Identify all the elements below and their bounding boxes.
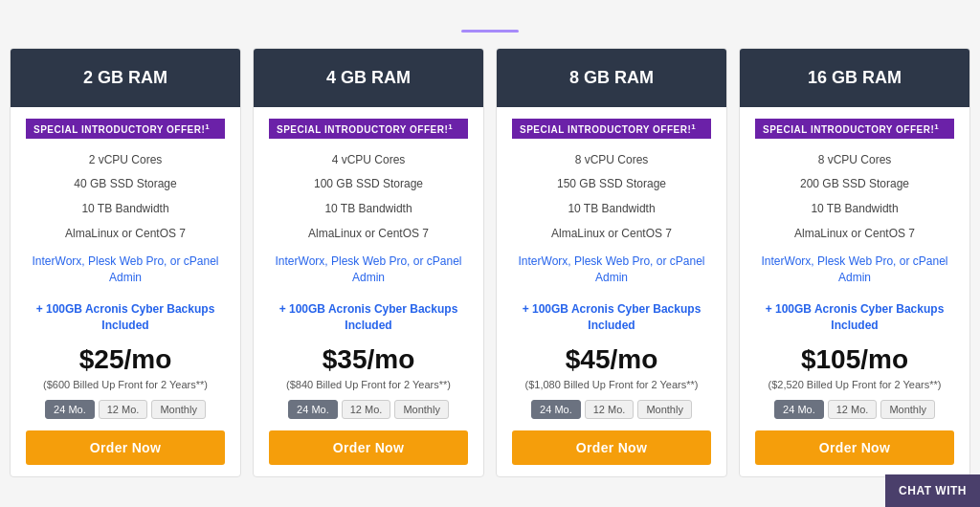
chat-widget[interactable]: CHAT WITH <box>885 474 980 507</box>
plan-card-3: 16 GB RAMSPECIAL INTRODUCTORY OFFER!18 v… <box>739 48 970 478</box>
plan-header: 2 GB RAM <box>11 49 240 107</box>
billing-tab-2[interactable]: Monthly <box>394 400 449 419</box>
backups-info: + 100GB Acronis Cyber Backups Included <box>269 301 468 334</box>
feature-item: AlmaLinux or CentOS 7 <box>512 222 711 247</box>
order-now-button[interactable]: Order Now <box>26 430 225 465</box>
billing-tabs: 24 Mo.12 Mo.Monthly <box>755 400 954 419</box>
feature-item: 40 GB SSD Storage <box>26 172 225 197</box>
billing-tab-2[interactable]: Monthly <box>151 400 206 419</box>
billing-tab-0[interactable]: 24 Mo. <box>531 400 581 419</box>
features-list: 8 vCPU Cores150 GB SSD Storage10 TB Band… <box>512 148 711 246</box>
feature-item: AlmaLinux or CentOS 7 <box>755 222 954 247</box>
feature-item: 10 TB Bandwidth <box>26 197 225 222</box>
plan-header: 4 GB RAM <box>254 49 483 107</box>
panel-link[interactable]: InterWorx, Plesk Web Pro, or cPanel Admi… <box>512 254 711 286</box>
special-offer-badge: SPECIAL INTRODUCTORY OFFER!1 <box>512 119 711 139</box>
plan-price: $25/mo <box>26 344 225 375</box>
backups-info: + 100GB Acronis Cyber Backups Included <box>26 301 225 334</box>
billing-tab-0[interactable]: 24 Mo. <box>774 400 824 419</box>
order-now-button[interactable]: Order Now <box>269 430 468 465</box>
feature-item: AlmaLinux or CentOS 7 <box>26 222 225 247</box>
special-offer-badge: SPECIAL INTRODUCTORY OFFER!1 <box>26 119 225 139</box>
plan-header: 8 GB RAM <box>497 49 726 107</box>
billed-note: ($1,080 Billed Up Front for 2 Years**) <box>512 379 711 390</box>
billing-tabs: 24 Mo.12 Mo.Monthly <box>512 400 711 419</box>
panel-link[interactable]: InterWorx, Plesk Web Pro, or cPanel Admi… <box>755 254 954 286</box>
billed-note: ($840 Billed Up Front for 2 Years**) <box>269 379 468 390</box>
top-indicator <box>461 30 519 33</box>
billing-tab-0[interactable]: 24 Mo. <box>45 400 95 419</box>
billed-note: ($600 Billed Up Front for 2 Years**) <box>26 379 225 390</box>
feature-item: 8 vCPU Cores <box>755 148 954 173</box>
plan-body: SPECIAL INTRODUCTORY OFFER!12 vCPU Cores… <box>11 107 240 477</box>
billing-tab-1[interactable]: 12 Mo. <box>828 400 878 419</box>
special-offer-badge: SPECIAL INTRODUCTORY OFFER!1 <box>755 119 954 139</box>
plan-body: SPECIAL INTRODUCTORY OFFER!18 vCPU Cores… <box>497 107 726 477</box>
billing-tab-1[interactable]: 12 Mo. <box>585 400 635 419</box>
billed-note: ($2,520 Billed Up Front for 2 Years**) <box>755 379 954 390</box>
backups-info: + 100GB Acronis Cyber Backups Included <box>512 301 711 334</box>
features-list: 4 vCPU Cores100 GB SSD Storage10 TB Band… <box>269 148 468 246</box>
order-now-button[interactable]: Order Now <box>755 430 954 465</box>
plan-price: $35/mo <box>269 344 468 375</box>
panel-link[interactable]: InterWorx, Plesk Web Pro, or cPanel Admi… <box>26 254 225 286</box>
plan-card-0: 2 GB RAMSPECIAL INTRODUCTORY OFFER!12 vC… <box>10 48 241 478</box>
backups-info: + 100GB Acronis Cyber Backups Included <box>755 301 954 334</box>
feature-item: 10 TB Bandwidth <box>755 197 954 222</box>
billing-tab-1[interactable]: 12 Mo. <box>99 400 148 419</box>
special-offer-badge: SPECIAL INTRODUCTORY OFFER!1 <box>269 119 468 139</box>
panel-link[interactable]: InterWorx, Plesk Web Pro, or cPanel Admi… <box>269 254 468 286</box>
features-list: 8 vCPU Cores200 GB SSD Storage10 TB Band… <box>755 148 954 246</box>
billing-tabs: 24 Mo.12 Mo.Monthly <box>269 400 468 419</box>
billing-tab-2[interactable]: Monthly <box>880 400 935 419</box>
plan-card-2: 8 GB RAMSPECIAL INTRODUCTORY OFFER!18 vC… <box>496 48 727 478</box>
plan-price: $45/mo <box>512 344 711 375</box>
feature-item: 4 vCPU Cores <box>269 148 468 173</box>
feature-item: 150 GB SSD Storage <box>512 172 711 197</box>
plan-body: SPECIAL INTRODUCTORY OFFER!14 vCPU Cores… <box>254 107 483 477</box>
feature-item: 8 vCPU Cores <box>512 148 711 173</box>
feature-item: 2 vCPU Cores <box>26 148 225 173</box>
billing-tab-1[interactable]: 12 Mo. <box>342 400 391 419</box>
feature-item: 10 TB Bandwidth <box>512 197 711 222</box>
features-list: 2 vCPU Cores40 GB SSD Storage10 TB Bandw… <box>26 148 225 246</box>
feature-item: AlmaLinux or CentOS 7 <box>269 222 468 247</box>
plan-card-1: 4 GB RAMSPECIAL INTRODUCTORY OFFER!14 vC… <box>253 48 484 478</box>
feature-item: 200 GB SSD Storage <box>755 172 954 197</box>
feature-item: 10 TB Bandwidth <box>269 197 468 222</box>
order-now-button[interactable]: Order Now <box>512 430 711 465</box>
plan-price: $105/mo <box>755 344 954 375</box>
plan-header: 16 GB RAM <box>740 49 969 107</box>
billing-tabs: 24 Mo.12 Mo.Monthly <box>26 400 225 419</box>
billing-tab-0[interactable]: 24 Mo. <box>288 400 338 419</box>
feature-item: 100 GB SSD Storage <box>269 172 468 197</box>
plans-container: 2 GB RAMSPECIAL INTRODUCTORY OFFER!12 vC… <box>10 48 970 478</box>
billing-tab-2[interactable]: Monthly <box>637 400 692 419</box>
plan-body: SPECIAL INTRODUCTORY OFFER!18 vCPU Cores… <box>740 107 969 477</box>
